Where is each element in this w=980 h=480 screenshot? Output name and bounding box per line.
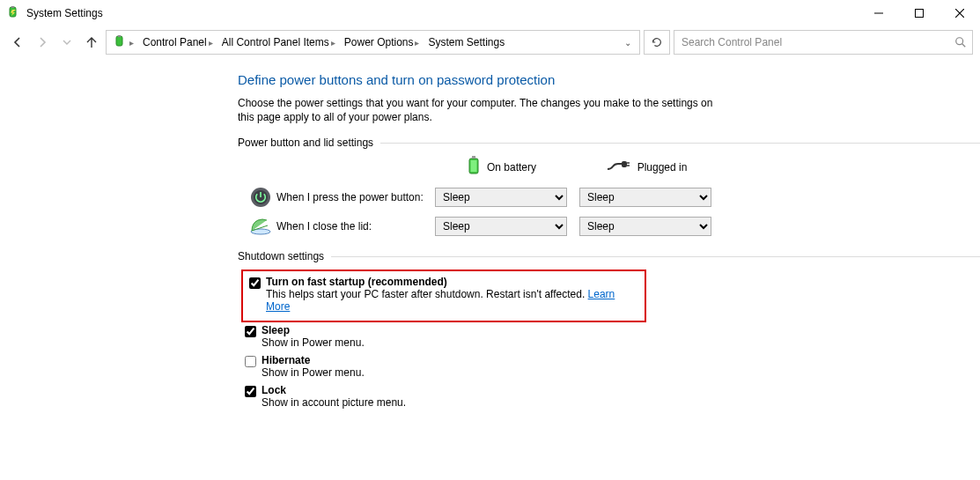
nav-back-button[interactable] [7,32,28,53]
column-label: Plugged in [637,161,688,174]
power-button-on-battery-select[interactable]: Sleep [435,188,567,207]
lock-checkbox[interactable] [245,386,256,397]
svg-rect-6 [116,36,122,46]
window-titlebar: System Settings [0,0,980,26]
address-bar-history-dropdown[interactable]: ⌄ [620,38,636,48]
breadcrumb-label: System Settings [428,36,505,48]
breadcrumb-item-control-panel[interactable]: Control Panel ▸ [139,32,217,53]
breadcrumb-label: Power Options [344,36,414,48]
column-header-plugged-in: Plugged in [579,159,713,174]
shutdown-item-hibernate: Hibernate Show in Power menu. [241,352,980,382]
shutdown-item-lock: Lock Show in account picture menu. [241,382,980,412]
chevron-right-icon: ▸ [129,38,134,48]
lid-icon [245,218,276,235]
section-heading-power-button-lid: Power button and lid settings [238,137,980,149]
highlight-fast-startup: Turn on fast startup (recommended) This … [241,270,646,322]
breadcrumb-label: All Control Panel Items [222,36,329,48]
shutdown-item-sleep: Sleep Show in Power menu. [241,322,980,352]
nav-up-button[interactable] [81,32,102,53]
refresh-button[interactable] [644,30,670,55]
window-maximize-button[interactable] [899,0,939,26]
power-options-app-icon [7,6,21,20]
divider [331,256,980,257]
search-input[interactable] [680,35,954,49]
shutdown-item-fast-startup: Turn on fast startup (recommended) This … [246,274,639,316]
battery-icon [468,156,480,178]
hibernate-title: Hibernate [262,354,365,366]
hibernate-checkbox[interactable] [245,356,256,367]
column-label: On battery [487,161,536,174]
lock-description: Show in account picture menu. [262,396,406,409]
page-heading: Define power buttons and turn on passwor… [238,72,980,87]
breadcrumb-item-all-items[interactable]: All Control Panel Items ▸ [218,32,339,53]
chevron-right-icon: ▸ [415,38,419,48]
divider [380,143,980,144]
window-title: System Settings [26,7,103,19]
svg-rect-11 [472,156,475,159]
svg-rect-7 [118,35,121,37]
breadcrumb-item-system-settings[interactable]: System Settings [424,32,508,53]
breadcrumb-root-icon[interactable]: ▸ [110,32,137,53]
sleep-description: Show in Power menu. [262,336,365,349]
breadcrumb-item-power-options[interactable]: Power Options ▸ [341,32,424,53]
section-label-text: Power button and lid settings [238,137,373,149]
section-heading-shutdown: Shutdown settings [238,250,980,262]
page-content: Define power buttons and turn on passwor… [0,58,980,412]
svg-rect-13 [622,161,627,167]
search-icon [954,36,967,48]
explorer-navbar: ▸ Control Panel ▸ All Control Panel Item… [0,26,980,58]
section-label-text: Shutdown settings [238,250,324,262]
nav-forward-button[interactable] [32,32,53,53]
close-lid-on-battery-select[interactable]: Sleep [435,217,567,236]
page-description: Choose the power settings that you want … [238,96,731,124]
svg-rect-12 [470,160,476,172]
svg-rect-3 [916,10,924,18]
window-minimize-button[interactable] [858,0,899,26]
fast-startup-sub-text: This helps start your PC faster after sh… [266,288,588,300]
fast-startup-checkbox[interactable] [249,277,261,289]
column-header-on-battery: On battery [435,156,569,178]
fast-startup-description: This helps start your PC faster after sh… [266,288,636,313]
search-box[interactable] [674,30,973,55]
address-bar[interactable]: ▸ Control Panel ▸ All Control Panel Item… [106,30,640,55]
close-lid-plugged-in-select[interactable]: Sleep [579,217,711,236]
shutdown-settings-list: Turn on fast startup (recommended) This … [241,270,980,412]
chevron-right-icon: ▸ [331,38,335,48]
row-label-close-lid: When I close the lid: [276,220,435,233]
chevron-right-icon: ▸ [209,38,213,48]
svg-point-8 [956,38,963,45]
breadcrumb-label: Control Panel [143,36,207,48]
window-close-button[interactable] [939,0,980,26]
power-button-icon [245,187,276,208]
fast-startup-title: Turn on fast startup (recommended) [266,276,636,288]
lock-title: Lock [262,384,406,396]
sleep-title: Sleep [262,324,365,336]
row-label-power-button: When I press the power button: [276,191,435,203]
hibernate-description: Show in Power menu. [262,366,365,379]
plug-icon [606,159,630,174]
power-button-plugged-in-select[interactable]: Sleep [579,188,711,207]
nav-recent-dropdown[interactable] [56,32,77,53]
svg-line-9 [962,44,966,48]
svg-rect-1 [11,6,14,8]
sleep-checkbox[interactable] [245,326,256,337]
